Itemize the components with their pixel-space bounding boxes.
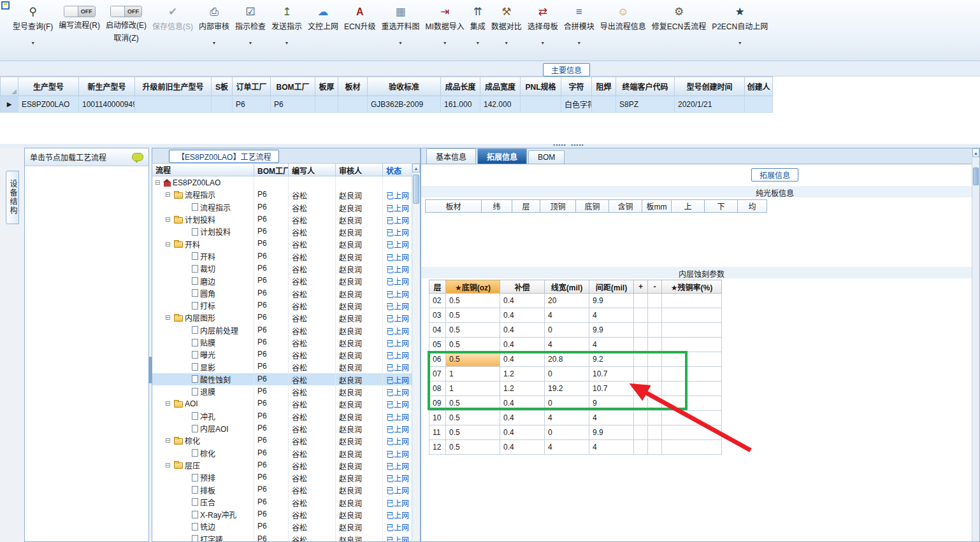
cancel-label[interactable]: 取消(Z): [113, 32, 138, 43]
doc-upload-button[interactable]: ☁ 文控上网: [308, 6, 338, 31]
cell-layer[interactable]: 08: [429, 382, 446, 396]
integrate-button[interactable]: ⇈ 集成 ▼: [470, 6, 486, 46]
header-cell[interactable]: 板材: [338, 77, 368, 96]
tree-node[interactable]: ⊟ 预排: [152, 471, 254, 483]
tree-node[interactable]: ⊟ 曝光: [152, 348, 254, 360]
cell-minus[interactable]: [648, 425, 662, 440]
tree-scrollbar-thumb[interactable]: [413, 175, 419, 204]
row-cell[interactable]: [315, 96, 338, 113]
tree-scrollbar[interactable]: ▲: [412, 164, 420, 542]
start-modify-toggle[interactable]: OFF 启动修改(E) 取消(Z): [106, 6, 147, 43]
tab-bom[interactable]: BOM: [528, 150, 565, 164]
header-cell[interactable]: 审核人: [336, 164, 383, 176]
tree-row[interactable]: ⊟ X-Ray冲孔 P6 谷松 赵良润 已上网: [152, 508, 412, 520]
row-cell[interactable]: 10011400009495: [79, 96, 135, 113]
model-query-button[interactable]: ⚲ 型号查询(F) ▼: [13, 6, 53, 46]
etch-row[interactable]: 03 0.5 0.4 4 4: [429, 308, 722, 323]
header-cell[interactable]: 型号创建时间: [675, 77, 745, 96]
tree-node[interactable]: ⊟ 流程指示: [152, 201, 254, 213]
header-cell[interactable]: 补偿: [500, 280, 545, 294]
header-cell[interactable]: 线宽(mil): [545, 280, 589, 294]
header-cell[interactable]: 状态: [383, 164, 412, 176]
cell-layer[interactable]: 04: [429, 323, 446, 338]
cell-line-width[interactable]: 4: [545, 308, 589, 323]
tree-node[interactable]: ⊟ 压合: [152, 496, 254, 508]
tree-node[interactable]: ⊟ 圆角: [152, 287, 254, 299]
header-cell[interactable]: -: [648, 280, 662, 294]
tree-row[interactable]: ⊟ 计划投料 P6 谷松 赵良润 已上网: [152, 213, 412, 225]
header-cell[interactable]: 板厚: [315, 77, 338, 96]
dropdown-arrow-icon[interactable]: ▼: [738, 41, 742, 46]
merge-module-button[interactable]: ≡ 合拼模块 ▼: [564, 6, 594, 46]
tree-row[interactable]: ⊟ 棕化 P6 谷松 赵良润 已上网: [152, 434, 412, 446]
cell-bottom-copper[interactable]: 0.5: [446, 440, 500, 455]
tree-row[interactable]: ⊟ 排板 P6 谷松 赵良润 已上网: [152, 483, 412, 496]
header-cell[interactable]: 间距(mil): [589, 280, 634, 294]
cell-compensation[interactable]: 0.4: [500, 323, 545, 338]
tree-row[interactable]: ⊟ 贴膜 P6 谷松 赵良润 已上网: [152, 336, 412, 348]
scroll-up-icon[interactable]: ▲: [412, 164, 420, 173]
header-cell[interactable]: 下: [705, 200, 738, 213]
cell-plus[interactable]: [634, 396, 648, 411]
expand-icon[interactable]: ⊟: [165, 400, 172, 407]
row-cell[interactable]: [592, 96, 616, 113]
cell-bottom-copper[interactable]: 0.5: [446, 352, 500, 367]
cell-spacing[interactable]: 4: [589, 411, 634, 425]
cell-bottom-copper[interactable]: 1: [446, 367, 500, 382]
tree-row[interactable]: ⊟ AOI P6 谷松 赵良润 已上网: [152, 397, 412, 410]
tree-row[interactable]: ⊟ 内层前处理 P6 谷松 赵良润 已上网: [152, 324, 412, 336]
cell-line-width[interactable]: 4: [545, 411, 589, 425]
tree-node[interactable]: ⊟ 计划投料: [152, 213, 254, 225]
tree-row[interactable]: ⊟ 开料 P6 谷松 赵良润 已上网: [152, 238, 412, 250]
expand-icon[interactable]: ⊟: [165, 216, 172, 223]
tree-row[interactable]: ⊟ 流程指示 P6 谷松 赵良润 已上网: [152, 201, 412, 213]
cell-minus[interactable]: [648, 338, 662, 352]
cell-residual-copper[interactable]: [662, 411, 722, 425]
tab-device-structure[interactable]: 设备结构: [6, 171, 19, 224]
header-cell[interactable]: +: [634, 280, 648, 294]
tree-node[interactable]: ⊟ 打字唛: [152, 533, 254, 542]
row-cell[interactable]: GJB362B-2009: [368, 96, 441, 113]
cell-line-width[interactable]: 20: [545, 294, 589, 308]
row-cell[interactable]: 2020/1/21: [675, 96, 745, 113]
cell-layer[interactable]: 12: [429, 440, 446, 455]
tree-row[interactable]: ⊟ 棕化 P6 谷松 赵良润 已上网: [152, 447, 412, 459]
mi-data-import-button[interactable]: ⇥ MI数据导入 ▼: [425, 6, 464, 46]
cell-layer[interactable]: 07: [429, 367, 446, 382]
dropdown-arrow-icon[interactable]: ▼: [475, 41, 480, 46]
internal-audit-button[interactable]: ⎙ 内部审核 ▼: [199, 6, 229, 46]
cell-plus[interactable]: [634, 323, 648, 338]
cell-residual-copper[interactable]: [662, 367, 722, 382]
tree-row[interactable]: ⊟ 退膜 P6 谷松 赵良润 已上网: [152, 385, 412, 397]
header-cell[interactable]: 含铜: [609, 200, 642, 213]
cell-plus[interactable]: [634, 352, 648, 367]
detail-scrollbar[interactable]: ▲: [972, 148, 979, 541]
cell-bottom-copper[interactable]: 0.5: [446, 411, 500, 425]
tree-node[interactable]: ⊟ X-Ray冲孔: [152, 508, 254, 520]
cell-spacing[interactable]: 9.9: [589, 323, 634, 338]
dropdown-arrow-icon[interactable]: ▼: [540, 41, 545, 46]
header-cell[interactable]: PNL规格: [521, 77, 561, 96]
row-cell[interactable]: P6: [233, 96, 271, 113]
tree-row[interactable]: ⊟ ES8PZ00LAO: [152, 176, 412, 189]
header-cell[interactable]: BOM工厂: [271, 77, 315, 96]
tree-node[interactable]: ⊟ 计划投料: [152, 225, 254, 238]
cell-minus[interactable]: [648, 382, 662, 396]
cell-line-width[interactable]: 19.2: [545, 382, 589, 396]
cell-layer[interactable]: 02: [429, 294, 446, 308]
tree-node[interactable]: ⊟ 退膜: [152, 385, 254, 397]
cell-spacing[interactable]: 9.2: [589, 352, 634, 367]
cell-spacing[interactable]: 4: [589, 308, 634, 323]
tree-node[interactable]: ⊟ 贴膜: [152, 336, 254, 348]
cell-layer[interactable]: 05: [429, 338, 446, 352]
cell-bottom-copper[interactable]: 0.5: [446, 294, 500, 308]
tree-row[interactable]: ⊟ 流程指示 P6 谷松 赵良润 已上网: [152, 189, 412, 201]
cell-compensation[interactable]: 0.4: [500, 294, 545, 308]
tree-row[interactable]: ⊟ 层压 P6 谷松 赵良润 已上网: [152, 459, 412, 471]
toggle-switch[interactable]: OFF: [64, 6, 96, 17]
cell-spacing[interactable]: 10.7: [589, 367, 634, 382]
cell-line-width[interactable]: 0: [545, 396, 589, 411]
tree-node[interactable]: ⊟ 开料: [152, 238, 254, 250]
tree-row[interactable]: ⊟ 内层图形 P6 谷松 赵良润 已上网: [152, 311, 412, 324]
etch-row[interactable]: 08 1 1.2 19.2 10.7: [429, 382, 722, 396]
